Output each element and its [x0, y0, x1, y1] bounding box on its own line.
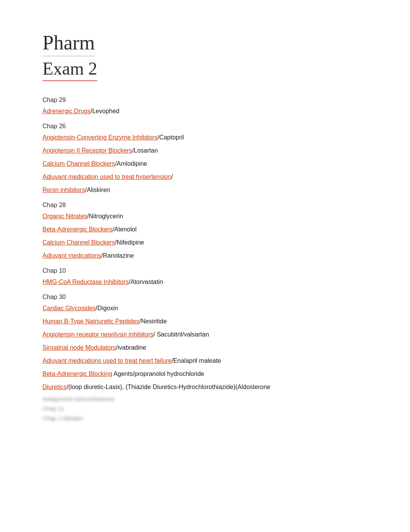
drug-line-0-0: Adrenergic Drugs/Levophed [42, 107, 368, 116]
main-title: Pharm [42, 31, 95, 56]
drug-line-2-1: Beta-Adrenergic Blockers/Atenolol [42, 225, 368, 234]
drug-plain-2-3: /Ranolazine [101, 252, 134, 259]
drug-link-2-3[interactable]: Adjuvant medications [42, 252, 101, 259]
drug-line-1-3: Adjuvant medication used to treat hypert… [42, 172, 368, 182]
drug-line-3-0: HMG-CoA Reductase Inhibitors/Atorvastati… [42, 277, 368, 287]
drug-plain-2-2: /Nifedipine [115, 239, 144, 246]
drug-line-4-1: Human B-Type Natriuretic Peptides/Nesiri… [42, 317, 368, 326]
chapter-heading-0: Chap 29 [42, 97, 368, 104]
drug-plain-2-0: /Nitroglycerin [87, 213, 123, 219]
chapter-heading-2: Chap 28 [42, 202, 368, 209]
drug-link-4-0[interactable]: Cardiac Glycosides [42, 305, 96, 311]
drug-plain-4-3: /ivabradine [116, 344, 146, 351]
chapter-heading-1: Chap 26 [42, 123, 368, 130]
drug-line-2-0: Organic Nitrates/Nitroglycerin [42, 212, 368, 221]
drug-plain-1-4: /Aliskiren [85, 187, 110, 193]
blurred-line-2: Chap 11 [42, 405, 368, 412]
drug-line-1-2: Calcium Channel Blockers/Amlodipine [42, 159, 368, 168]
drug-plain-4-6: /(loop diuretic-Lasix), (Thiazide Diuret… [66, 384, 270, 390]
drug-link-4-2[interactable]: Angiotensin receptor neprilysin inhibito… [42, 331, 153, 338]
drug-line-1-4: Renin inhibitors/Aliskiren [42, 185, 368, 195]
blurred-line-1: Antagonists-spironolactone) [42, 396, 368, 402]
exam-title: Exam 2 [42, 58, 97, 81]
drug-plain-1-2: /Amlodipine [115, 160, 147, 167]
drug-link-4-6[interactable]: Diuretics [42, 384, 66, 390]
drug-plain-4-4: /Enalapril maleate [171, 357, 221, 364]
drug-plain-4-1: /Nesiritide [139, 318, 167, 325]
drug-plain-2-1: /Atenolol [112, 226, 136, 233]
drug-link-2-0[interactable]: Organic Nitrates [42, 213, 87, 219]
drug-line-4-0: Cardiac Glycosides/Digoxin [42, 304, 368, 313]
drug-line-2-2: Calcium Channel Blockers/Nifedipine [42, 238, 368, 247]
drug-link-2-1[interactable]: Beta-Adrenergic Blockers [42, 226, 112, 233]
drug-plain-1-0: /Captopril [158, 134, 184, 141]
chapter-heading-3: Chap 10 [42, 267, 368, 274]
drug-plain-4-0: /Digoxin [96, 305, 118, 311]
drug-link-4-1[interactable]: Human B-Type Natriuretic Peptides [42, 318, 139, 325]
drug-line-4-4: Adjuvant medications used to treat heart… [42, 356, 368, 365]
drug-link-3-0[interactable]: HMG-CoA Reductase Inhibitors [42, 279, 129, 285]
drug-plain-4-5: Agents/propranolol hydrochloride [112, 371, 204, 377]
drug-line-1-1: Angiotensin II Receptor Blockers/Losarta… [42, 146, 368, 155]
drug-line-4-2: Angiotensin receptor neprilysin inhibito… [42, 330, 368, 339]
page-container: Pharm Exam 2 Chap 29Adrenergic Drugs/Lev… [42, 31, 368, 422]
drug-link-1-4[interactable]: Renin inhibitors [42, 187, 85, 193]
chapter-heading-4: Chap 30 [42, 294, 368, 301]
drug-line-4-5: Beta-Adrenergic Blocking Agents/proprano… [42, 369, 368, 379]
drug-link-4-3[interactable]: Sinoatrial node Modulators [42, 344, 116, 351]
drug-link-4-5[interactable]: Beta-Adrenergic Blocking [42, 371, 112, 377]
chapters-container: Chap 29Adrenergic Drugs/LevophedChap 26A… [42, 97, 368, 392]
drug-link-1-1[interactable]: Angiotensin II Receptor Blockers [42, 147, 132, 154]
drug-line-1-0: Angiotensin-Converting Enzyme Inhibitors… [42, 133, 368, 142]
drug-link-1-3[interactable]: Adjuvant medication used to treat hypert… [42, 173, 171, 180]
drug-plain-1-3: / [171, 173, 173, 180]
drug-plain-1-1: /Losartan [132, 147, 158, 154]
drug-plain-3-0: /Atorvastatin [129, 279, 163, 285]
drug-line-4-3: Sinoatrial node Modulators/ivabradine [42, 343, 368, 352]
drug-plain-4-2: / Sacubitril/valsartan [153, 331, 209, 338]
drug-link-2-2[interactable]: Calcium Channel Blockers [42, 239, 115, 246]
drug-link-1-0[interactable]: Angiotensin-Converting Enzyme Inhibitors [42, 134, 158, 141]
blurred-section: Antagonists-spironolactone) Chap 11 Chap… [42, 396, 368, 422]
blurred-line-3: Chap 1-Nitrates [42, 415, 368, 422]
drug-link-0-0[interactable]: Adrenergic Drugs [42, 108, 91, 114]
drug-line-4-6: Diuretics/(loop diuretic-Lasix), (Thiazi… [42, 382, 368, 392]
drug-line-2-3: Adjuvant medications/Ranolazine [42, 251, 368, 260]
drug-link-4-4[interactable]: Adjuvant medications used to treat heart… [42, 357, 171, 364]
drug-link-1-2[interactable]: Calcium Channel Blockers [42, 160, 115, 167]
drug-plain-0-0: /Levophed [91, 108, 120, 114]
